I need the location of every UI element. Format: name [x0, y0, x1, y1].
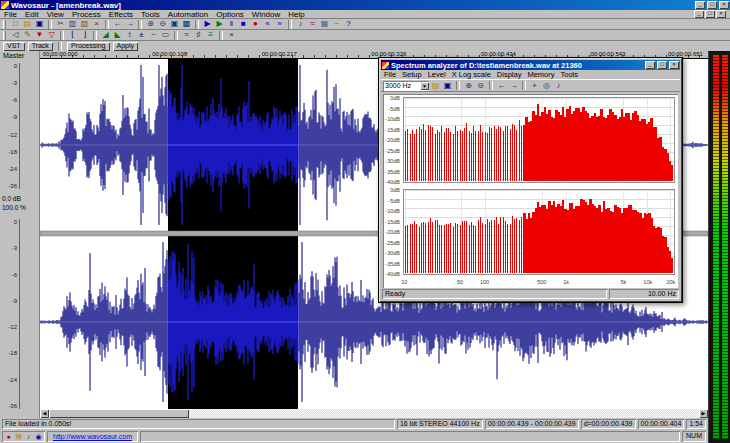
- apply-button[interactable]: Apply: [113, 42, 139, 51]
- select-tool-icon[interactable]: ◁: [10, 30, 21, 40]
- fade-out-icon[interactable]: ◣: [112, 30, 123, 40]
- scrollbar-track[interactable]: [49, 409, 699, 418]
- scrollbar-thumb[interactable]: [49, 409, 189, 418]
- vst-button[interactable]: VST: [3, 42, 25, 51]
- new-file-icon[interactable]: □: [10, 19, 21, 29]
- eq-icon[interactable]: ≡: [205, 30, 216, 40]
- zoom-all-icon[interactable]: ▩: [181, 19, 192, 29]
- frequency-combo[interactable]: 3000 Hz ▼: [383, 81, 429, 91]
- cut-icon[interactable]: ✂: [55, 19, 66, 29]
- menu-effects[interactable]: Effects: [105, 10, 137, 19]
- toolbar-handle[interactable]: [3, 31, 6, 40]
- next-frame-icon[interactable]: →: [508, 81, 519, 91]
- open-file-icon[interactable]: ▤: [22, 19, 33, 29]
- resample-icon[interactable]: ≈: [181, 30, 192, 40]
- note-icon[interactable]: ♪: [553, 81, 564, 91]
- pitch-icon[interactable]: ♯: [193, 30, 204, 40]
- spectrum-close-button[interactable]: ×: [669, 61, 679, 69]
- zoom-in-icon[interactable]: ⊕: [145, 19, 156, 29]
- pencil-tool-icon[interactable]: ✎: [22, 30, 33, 40]
- undo-icon[interactable]: ←: [112, 19, 123, 29]
- combo-dropdown-icon[interactable]: ▼: [420, 82, 429, 90]
- marker-delete-icon[interactable]: ▽: [46, 30, 57, 40]
- menu-options[interactable]: Options: [212, 10, 248, 19]
- wavosaur-website-link[interactable]: http://www.wavosaur.com: [49, 432, 136, 441]
- speaker-mini-icon[interactable]: ♪: [24, 432, 33, 441]
- menu-view[interactable]: View: [43, 10, 68, 19]
- horizontal-scrollbar[interactable]: ◀ ▶: [40, 409, 708, 418]
- mdi-restore-button[interactable]: □: [705, 10, 715, 18]
- loop-start-icon[interactable]: ⌊: [67, 30, 78, 40]
- menu-tools[interactable]: Tools: [137, 10, 164, 19]
- spectrum-menu-memory[interactable]: Memory: [524, 70, 557, 79]
- spectrum-menu-level[interactable]: Level: [425, 70, 449, 79]
- scroll-right-button[interactable]: ▶: [699, 409, 708, 418]
- loop-end-icon[interactable]: ⌋: [79, 30, 90, 40]
- magnifier-icon[interactable]: ◎: [541, 81, 552, 91]
- mdi-close-button[interactable]: ×: [716, 10, 726, 18]
- play-loop-icon[interactable]: ▶: [214, 19, 225, 29]
- volume-icon[interactable]: ♪: [295, 19, 306, 29]
- title-bar[interactable]: Wavosaur - [amenbreak.wav] _ □ ×: [0, 0, 730, 10]
- folder-mini-icon[interactable]: ▤: [14, 432, 23, 441]
- save-file-icon[interactable]: ▣: [34, 19, 45, 29]
- spectrum-maximize-button[interactable]: □: [657, 61, 667, 69]
- menu-window[interactable]: Window: [248, 10, 284, 19]
- stop-icon[interactable]: ■: [238, 19, 249, 29]
- menu-file[interactable]: File: [0, 10, 21, 19]
- spectrum-bar: [485, 132, 486, 181]
- track-button[interactable]: Track: [28, 42, 53, 51]
- pause-icon[interactable]: ‖: [226, 19, 237, 29]
- zoom-selection-icon[interactable]: ▣: [169, 19, 180, 29]
- zoom-out-icon[interactable]: ⊖: [475, 81, 486, 91]
- menu-edit[interactable]: Edit: [21, 10, 43, 19]
- silence-icon[interactable]: −: [148, 30, 159, 40]
- prev-frame-icon[interactable]: ←: [496, 81, 507, 91]
- tools-icon[interactable]: +: [529, 81, 540, 91]
- redo-icon[interactable]: →: [124, 19, 135, 29]
- zoom-out-icon[interactable]: ⊖: [157, 19, 168, 29]
- play-icon[interactable]: ▶: [202, 19, 213, 29]
- processing-button[interactable]: Processing: [67, 42, 110, 51]
- spectrum-minimize-button[interactable]: _: [645, 61, 655, 69]
- spectrum-menu-x-log-scale[interactable]: X Log scale: [449, 70, 494, 79]
- close-region-icon[interactable]: ×: [226, 30, 237, 40]
- menu-process[interactable]: Process: [68, 10, 105, 19]
- spectrum-bar: [448, 224, 449, 273]
- mdi-minimize-button[interactable]: _: [694, 10, 704, 18]
- marker-add-icon[interactable]: ▼: [34, 30, 45, 40]
- close-button[interactable]: ×: [719, 1, 729, 9]
- oscilloscope-icon[interactable]: ~: [331, 19, 342, 29]
- record-icon[interactable]: ●: [250, 19, 261, 29]
- spectrum-status-message: Ready: [382, 289, 607, 299]
- spectrum-menu-file[interactable]: File: [381, 70, 399, 79]
- go-start-icon[interactable]: «: [262, 19, 273, 29]
- menu-automation[interactable]: Automation: [164, 10, 212, 19]
- save-icon[interactable]: ▣: [442, 81, 453, 91]
- open-icon[interactable]: ▤: [430, 81, 441, 91]
- zoom-in-icon[interactable]: ⊕: [463, 81, 474, 91]
- sonogram-icon[interactable]: ▦: [319, 19, 330, 29]
- trim-icon[interactable]: ▭: [160, 30, 171, 40]
- go-end-icon[interactable]: »: [274, 19, 285, 29]
- normalize-icon[interactable]: ↕: [124, 30, 135, 40]
- toolbar-handle[interactable]: [3, 20, 6, 29]
- spectrum-title-bar[interactable]: Spectrum analyzer of D:\test\amenbreak.w…: [381, 60, 680, 70]
- menu-help[interactable]: Help: [284, 10, 308, 19]
- fade-in-icon[interactable]: ◢: [100, 30, 111, 40]
- spectrum-menu-display[interactable]: Display: [494, 70, 525, 79]
- globe-mini-icon[interactable]: ◉: [34, 432, 43, 441]
- spectrum-analyzer-window[interactable]: Spectrum analyzer of D:\test\amenbreak.w…: [378, 57, 683, 303]
- copy-icon[interactable]: ▥: [67, 19, 78, 29]
- app-mini-icon[interactable]: ●: [4, 432, 13, 441]
- spectrum-icon[interactable]: ≈: [307, 19, 318, 29]
- delete-icon[interactable]: ×: [91, 19, 102, 29]
- spectrum-menu-setup[interactable]: Setup: [399, 70, 425, 79]
- invert-icon[interactable]: ±: [136, 30, 147, 40]
- spectrum-menu-tools[interactable]: Tools: [558, 70, 582, 79]
- paste-icon[interactable]: ▧: [79, 19, 90, 29]
- scroll-left-button[interactable]: ◀: [40, 409, 49, 418]
- minimize-button[interactable]: _: [695, 1, 705, 9]
- help-icon[interactable]: ?: [343, 19, 354, 29]
- maximize-button[interactable]: □: [707, 1, 717, 9]
